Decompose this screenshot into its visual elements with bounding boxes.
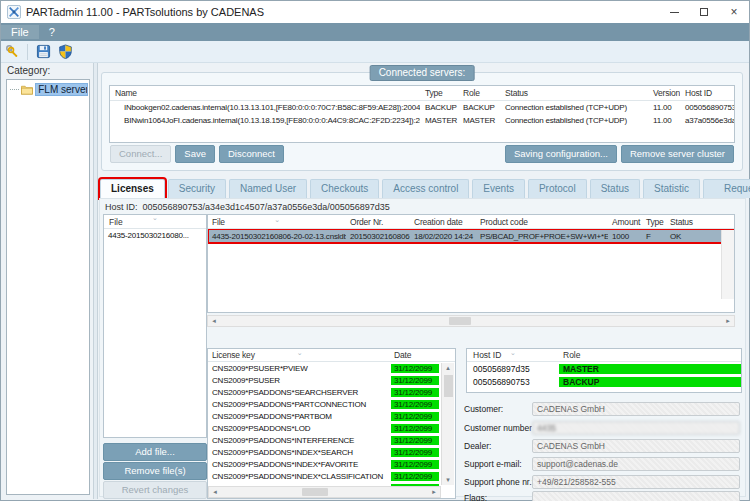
scroll-thumb[interactable] xyxy=(444,375,453,397)
col-date[interactable]: Date xyxy=(391,350,439,360)
add-file-button[interactable]: Add file... xyxy=(103,443,207,461)
customer-number-field[interactable] xyxy=(532,421,740,435)
scroll-right-icon[interactable]: ▸ xyxy=(428,487,440,497)
server-row[interactable]: INbookgen02.cadenas.internal(10.13.13.10… xyxy=(110,101,734,114)
host-role-row[interactable]: 005056897d35 MASTER xyxy=(467,362,741,375)
disconnect-button[interactable]: Disconnect xyxy=(219,145,284,163)
maximize-button[interactable] xyxy=(689,1,719,23)
sort-indicator-icon: ⌄ xyxy=(297,350,303,357)
category-tree: FLM server xyxy=(6,79,90,495)
connect-button[interactable]: Connect... xyxy=(110,145,171,163)
toolbar xyxy=(1,41,749,63)
license-table: File⌄ Order Nr. Creation date Product co… xyxy=(207,214,735,313)
server-row[interactable]: BINwin1064JoFI.cadenas.internal(10.13.18… xyxy=(110,114,734,127)
sort-indicator-icon: ⌄ xyxy=(152,214,158,222)
col-file[interactable]: File⌄ xyxy=(208,217,346,227)
license-key-row[interactable]: CNS2009*PSADDONS*INDEX*SEARCH31/12/2099 xyxy=(208,446,441,458)
scroll-left-icon[interactable]: ◂ xyxy=(209,487,221,497)
col-name[interactable]: Name xyxy=(110,88,420,98)
col-order-nr[interactable]: Order Nr. xyxy=(346,217,410,227)
license-key-row[interactable]: CNS2009*PSUSER31/12/2099 xyxy=(208,374,441,386)
keys-icon xyxy=(5,44,20,59)
tab-access-control[interactable]: Access control xyxy=(382,179,469,198)
servers-table: Name Type Role Status Version Host ID IN… xyxy=(109,85,735,143)
license-key-row[interactable]: CNS2009*PSADDONS*INDEX*CLASSIFICATION31/… xyxy=(208,470,441,482)
col-status[interactable]: Status xyxy=(500,88,648,98)
scroll-thumb[interactable] xyxy=(449,317,471,325)
col-version[interactable]: Version xyxy=(648,88,680,98)
col-creation-date[interactable]: Creation date xyxy=(410,217,476,227)
license-key-row[interactable]: CNS2009*PSADDONS*PARTBOM31/12/2099 xyxy=(208,410,441,422)
tree-connector xyxy=(10,89,19,90)
col-type[interactable]: Type xyxy=(642,217,666,227)
customer-field[interactable] xyxy=(532,402,740,416)
server-buttons-row: Connect... Save Disconnect Saving config… xyxy=(110,145,734,163)
tab-protocol[interactable]: Protocol xyxy=(528,179,587,198)
menu-file[interactable]: File xyxy=(1,25,39,39)
license-key-row[interactable]: CNS2009*PSUSER*PVIEW31/12/2099 xyxy=(208,362,441,374)
dealer-field[interactable] xyxy=(532,439,740,453)
col-amount[interactable]: Amount xyxy=(608,217,642,227)
license-key-row[interactable]: CNS2009*PSADDONS*INTERFERENCE31/12/2099 xyxy=(208,434,441,446)
tab-named-user[interactable]: Named User xyxy=(229,179,307,198)
remove-file-button[interactable]: Remove file(s) xyxy=(103,462,207,480)
col-host-id[interactable]: Host ID xyxy=(680,88,735,98)
tab-checkouts[interactable]: Checkouts xyxy=(310,179,379,198)
tab-licenses[interactable]: Licenses xyxy=(100,179,165,198)
file-list-item[interactable]: 4435-2015030216080... xyxy=(104,229,206,241)
scroll-right-icon[interactable]: ▸ xyxy=(722,316,734,326)
saving-configuration-button[interactable]: Saving configuration... xyxy=(505,145,617,163)
servers-table-header: Name Type Role Status Version Host ID xyxy=(110,86,734,101)
save-icon xyxy=(36,44,51,59)
col-type[interactable]: Type xyxy=(420,88,458,98)
app-icon xyxy=(7,5,21,19)
close-button[interactable]: × xyxy=(719,1,749,23)
minimize-button[interactable] xyxy=(659,1,689,23)
license-key-row[interactable]: CNS2009*PSADDONS*INDEX*FAVORITE31/12/209… xyxy=(208,458,441,470)
save-toolbar-button[interactable] xyxy=(32,42,54,62)
license-key-hscrollbar[interactable]: ◂ ▸ xyxy=(208,486,441,498)
license-key-row[interactable]: CNS2009*PSADDONS*PARTCONNECTION31/12/209… xyxy=(208,398,441,410)
login-keys-button[interactable] xyxy=(1,42,23,62)
scroll-down-icon[interactable]: ▾ xyxy=(442,475,454,485)
flags-label: Flags: xyxy=(464,493,532,501)
save-server-button[interactable]: Save xyxy=(175,145,215,163)
license-key-row[interactable]: CNS2009*PSADDONS*SEARCHSERVER31/12/2099 xyxy=(208,386,441,398)
support-email-label: Support e-mail: xyxy=(464,459,532,469)
col-host-id[interactable]: Host ID⌄ xyxy=(467,350,559,360)
col-license-key[interactable]: License key⌄ xyxy=(208,350,391,360)
support-phone-field[interactable] xyxy=(532,475,740,489)
remove-server-cluster-button[interactable]: Remove server cluster xyxy=(621,145,734,163)
tab-security[interactable]: Security xyxy=(168,179,226,198)
revert-changes-button[interactable]: Revert changes xyxy=(103,481,207,499)
col-product-code[interactable]: Product code xyxy=(476,217,608,227)
file-list-header[interactable]: File ⌄ xyxy=(104,215,206,229)
tab-request-licenses-online[interactable]: Request licenses online xyxy=(703,179,750,198)
col-status[interactable]: Status xyxy=(666,217,722,227)
support-email-field[interactable] xyxy=(532,457,740,471)
tree-item-flm-server[interactable]: FLM server xyxy=(8,82,88,96)
license-row-selected[interactable]: 4435-20150302160806-20-02-13.cnsldb 2015… xyxy=(208,229,734,243)
category-label: Category: xyxy=(7,65,93,76)
license-table-header: File⌄ Order Nr. Creation date Product co… xyxy=(208,215,734,229)
license-key-row[interactable]: CNS2009*PSADDONS*LOD31/12/2099 xyxy=(208,422,441,434)
license-key-panel: License key⌄ Date CNS2009*PSUSER*PVIEW31… xyxy=(207,348,456,499)
scroll-up-icon[interactable]: ▴ xyxy=(442,363,454,373)
tab-statistic[interactable]: Statistic xyxy=(643,179,700,198)
scroll-left-icon[interactable]: ◂ xyxy=(208,316,220,326)
folder-icon xyxy=(21,84,33,95)
menu-help[interactable]: ? xyxy=(39,25,65,39)
tab-events[interactable]: Events xyxy=(472,179,525,198)
flags-field[interactable] xyxy=(532,491,740,501)
shield-icon xyxy=(58,44,73,59)
col-role[interactable]: Role xyxy=(559,350,741,360)
scroll-thumb[interactable] xyxy=(302,488,328,496)
license-table-vscrollbar[interactable] xyxy=(721,230,734,299)
col-role[interactable]: Role xyxy=(458,88,500,98)
license-key-vscrollbar[interactable]: ▴ ▾ xyxy=(441,363,454,485)
host-role-row[interactable]: 005056890753 BACKUP xyxy=(467,375,741,388)
license-table-hscrollbar[interactable]: ◂ ▸ xyxy=(207,315,735,327)
menu-bar: File ? xyxy=(1,23,749,41)
tab-status[interactable]: Status xyxy=(590,179,640,198)
admin-shield-button[interactable] xyxy=(54,42,76,62)
